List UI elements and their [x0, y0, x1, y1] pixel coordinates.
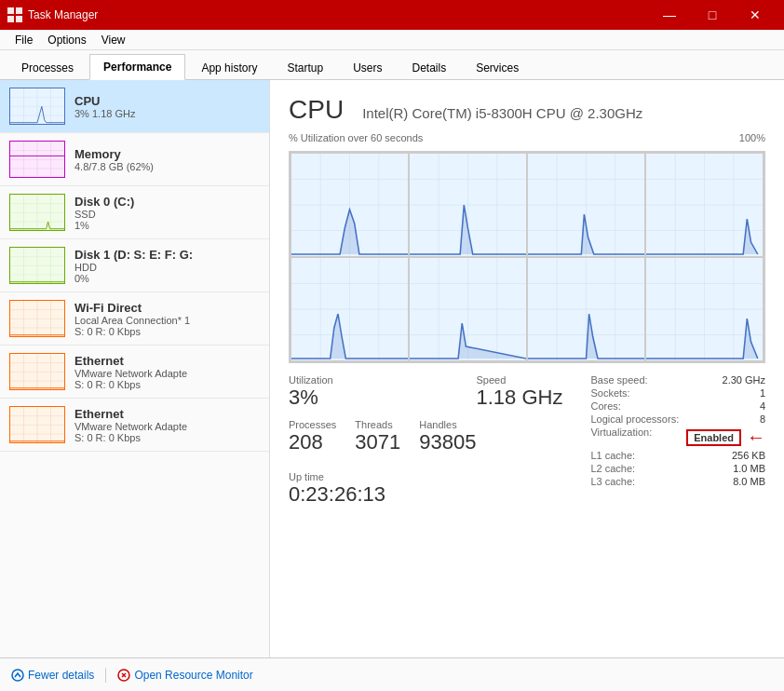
- disk1-thumbnail: [9, 247, 65, 284]
- utilization-max: 100%: [739, 132, 765, 143]
- title-bar-left: Task Manager: [7, 7, 98, 22]
- info-row-cores: Cores: 4: [590, 400, 765, 412]
- tab-startup[interactable]: Startup: [273, 55, 337, 80]
- info-row-logical: Logical processors: 8: [590, 413, 765, 425]
- detail-header: CPU Intel(R) Core(TM) i5-8300H CPU @ 2.3…: [289, 95, 765, 125]
- sidebar-item-disk1[interactable]: Disk 1 (D: S: E: F: G: HDD 0%: [0, 239, 269, 292]
- eth2-sub2: S: 0 R: 0 Kbps: [74, 432, 260, 443]
- detail-panel: CPU Intel(R) Core(TM) i5-8300H CPU @ 2.3…: [270, 80, 784, 657]
- maximize-button[interactable]: □: [691, 0, 734, 30]
- stats-section: Utilization 3% Processes 208 Threads 307…: [289, 374, 765, 516]
- disk0-thumbnail: [9, 194, 65, 231]
- wifi-info: Wi-Fi Direct Local Area Connection* 1 S:…: [74, 301, 260, 337]
- l2-key: L2 cache:: [590, 463, 635, 474]
- svg-point-109: [12, 670, 23, 681]
- sidebar-item-eth1[interactable]: Ethernet VMware Network Adapte S: 0 R: 0…: [0, 346, 269, 399]
- stat-handles: Handles 93805: [419, 419, 476, 454]
- cpu-thumbnail: [9, 88, 65, 125]
- basespeed-key: Base speed:: [590, 374, 647, 386]
- disk0-info: Disk 0 (C:) SSD 1%: [74, 195, 260, 231]
- bottom-bar: Fewer details Open Resource Monitor: [0, 657, 784, 691]
- cpu-cell-1: [410, 154, 526, 256]
- wifi-thumbnail: [9, 300, 65, 337]
- svg-rect-0: [7, 7, 14, 14]
- disk0-type: SSD: [74, 209, 260, 220]
- logical-key: Logical processors:: [590, 413, 679, 425]
- minimize-button[interactable]: —: [648, 0, 691, 30]
- cpu-cell-6: [528, 258, 644, 360]
- l1-val: 256 KB: [732, 450, 765, 461]
- sidebar: CPU 3% 1.18 GHz Memory 4.8: [0, 80, 270, 657]
- speed-label: Speed: [477, 374, 563, 386]
- stats-right: Base speed: 2.30 GHz Sockets: 1 Cores: 4…: [590, 374, 765, 516]
- stat-utilization: Utilization 3%: [289, 374, 477, 410]
- detail-title: CPU: [289, 95, 344, 125]
- svg-rect-3: [16, 16, 22, 22]
- menu-view[interactable]: View: [94, 32, 133, 48]
- tab-app-history[interactable]: App history: [187, 55, 271, 80]
- stats-left: Utilization 3% Processes 208 Threads 307…: [289, 374, 477, 516]
- stat-speed-col: Speed 1.18 GHz: [477, 374, 563, 516]
- wifi-sub2: S: 0 R: 0 Kbps: [74, 326, 260, 337]
- cpu-cell-4: [291, 258, 408, 360]
- memory-name: Memory: [74, 147, 260, 161]
- disk1-name: Disk 1 (D: S: E: F: G:: [74, 248, 260, 262]
- info-row-l2: L2 cache: 1.0 MB: [590, 463, 765, 474]
- stat-threads: Threads 3071: [355, 419, 400, 454]
- open-resource-monitor-button[interactable]: Open Resource Monitor: [117, 669, 252, 682]
- cpu-cell-7: [646, 258, 763, 360]
- cpu-cell-0: [291, 154, 408, 256]
- speed-value: 1.18 GHz: [477, 386, 563, 410]
- tab-details[interactable]: Details: [398, 55, 460, 80]
- tab-services[interactable]: Services: [462, 55, 533, 80]
- sidebar-item-wifi[interactable]: Wi-Fi Direct Local Area Connection* 1 S:…: [0, 292, 269, 346]
- fewer-details-label: Fewer details: [28, 669, 94, 682]
- info-row-l3: L3 cache: 8.0 MB: [590, 476, 765, 487]
- tab-users[interactable]: Users: [339, 55, 396, 80]
- processes-value: 208: [289, 430, 336, 454]
- utilization-stat-value: 3%: [289, 386, 477, 410]
- sidebar-item-memory[interactable]: Memory 4.8/7.8 GB (62%): [0, 133, 269, 186]
- app-icon: [7, 7, 22, 22]
- cpu-cell-2: [528, 154, 644, 256]
- disk0-name: Disk 0 (C:): [74, 195, 260, 209]
- info-row-basespeed: Base speed: 2.30 GHz: [590, 374, 765, 386]
- disk1-type: HDD: [74, 262, 260, 273]
- eth2-sub1: VMware Network Adapte: [74, 421, 260, 432]
- wifi-sub1: Local Area Connection* 1: [74, 315, 260, 326]
- l2-val: 1.0 MB: [733, 463, 765, 474]
- cpu-cell-5: [410, 258, 526, 360]
- tab-processes[interactable]: Processes: [7, 55, 88, 80]
- wifi-name: Wi-Fi Direct: [74, 301, 260, 315]
- basespeed-val: 2.30 GHz: [723, 374, 765, 386]
- cpu-stats: 3% 1.18 GHz: [74, 108, 260, 119]
- stat-speed: Speed 1.18 GHz: [477, 374, 563, 410]
- l3-key: L3 cache:: [590, 476, 635, 487]
- cpu-cell-3: [646, 154, 763, 256]
- eth2-info: Ethernet VMware Network Adapte S: 0 R: 0…: [74, 407, 260, 443]
- processes-label: Processes: [289, 419, 336, 430]
- info-row-sockets: Sockets: 1: [590, 387, 765, 399]
- sidebar-item-eth2[interactable]: Ethernet VMware Network Adapte S: 0 R: 0…: [0, 399, 269, 452]
- info-row-virt: Virtualization: Enabled ←: [590, 427, 765, 448]
- menu-file[interactable]: File: [7, 32, 40, 48]
- tab-performance[interactable]: Performance: [89, 54, 185, 80]
- stat-uptime: Up time 0:23:26:13: [289, 471, 477, 507]
- menu-options[interactable]: Options: [40, 32, 93, 48]
- close-button[interactable]: ✕: [734, 0, 777, 30]
- virt-val: Enabled ←: [686, 427, 765, 448]
- sockets-key: Sockets:: [590, 387, 629, 399]
- eth2-name: Ethernet: [74, 407, 260, 421]
- cpu-graph-container: [289, 151, 765, 363]
- memory-info: Memory 4.8/7.8 GB (62%): [74, 147, 260, 172]
- utilization-label: % Utilization over 60 seconds: [289, 132, 423, 143]
- eth1-info: Ethernet VMware Network Adapte S: 0 R: 0…: [74, 354, 260, 390]
- fewer-details-button[interactable]: Fewer details: [11, 669, 94, 682]
- eth1-sub2: S: 0 R: 0 Kbps: [74, 379, 260, 390]
- tab-bar: Processes Performance App history Startu…: [0, 50, 784, 80]
- sidebar-item-cpu[interactable]: CPU 3% 1.18 GHz: [0, 80, 269, 133]
- title-bar: Task Manager — □ ✕: [0, 0, 784, 30]
- info-table: Base speed: 2.30 GHz Sockets: 1 Cores: 4…: [590, 374, 765, 487]
- sidebar-item-disk0[interactable]: Disk 0 (C:) SSD 1%: [0, 186, 269, 239]
- eth1-sub1: VMware Network Adapte: [74, 368, 260, 379]
